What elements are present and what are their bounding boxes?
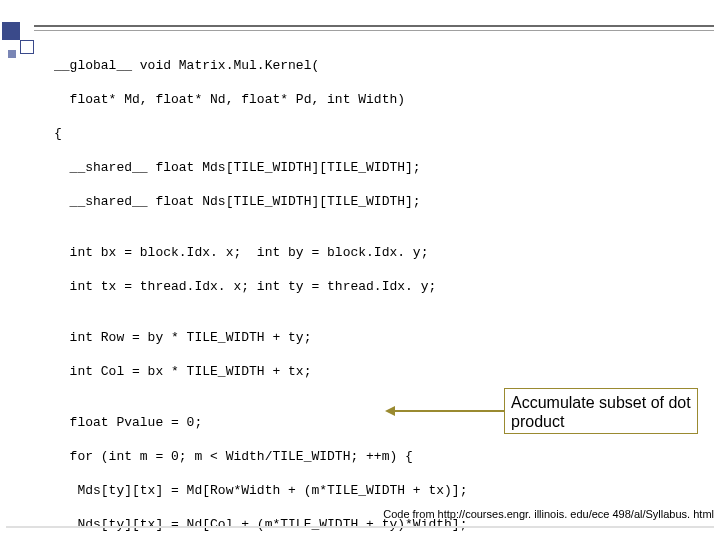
- annotation-callout: Accumulate subset of dot product: [504, 388, 698, 434]
- code-line: __shared__ float Mds[TILE_WIDTH][TILE_WI…: [54, 159, 478, 176]
- code-block: __global__ void Matrix.Mul.Kernel( float…: [54, 40, 478, 540]
- top-rule-thick: [34, 25, 714, 27]
- code-line: int tx = thread.Idx. x; int ty = thread.…: [54, 278, 478, 295]
- decor-squares: [2, 22, 44, 56]
- annotation-arrow: [392, 410, 504, 412]
- code-line: float Pvalue = 0;: [54, 414, 478, 431]
- code-line: __global__ void Matrix.Mul.Kernel(: [54, 57, 478, 74]
- code-line: float* Md, float* Nd, float* Pd, int Wid…: [54, 91, 478, 108]
- bottom-rule: [6, 526, 714, 528]
- code-line: for (int m = 0; m < Width/TILE_WIDTH; ++…: [54, 448, 478, 465]
- footer-credit: Code from http://courses.engr. illinois.…: [383, 508, 714, 520]
- annotation-text: Accumulate subset of dot product: [511, 394, 691, 430]
- code-line: int bx = block.Idx. x; int by = block.Id…: [54, 244, 478, 261]
- code-line: __shared__ float Nds[TILE_WIDTH][TILE_WI…: [54, 193, 478, 210]
- footer-text: Code from http://courses.engr. illinois.…: [383, 508, 714, 520]
- code-line: Mds[ty][tx] = Md[Row*Width + (m*TILE_WID…: [54, 482, 478, 499]
- code-line: {: [54, 125, 478, 142]
- code-line: int Col = bx * TILE_WIDTH + tx;: [54, 363, 478, 380]
- code-line: int Row = by * TILE_WIDTH + ty;: [54, 329, 478, 346]
- top-rule-thin: [34, 30, 714, 31]
